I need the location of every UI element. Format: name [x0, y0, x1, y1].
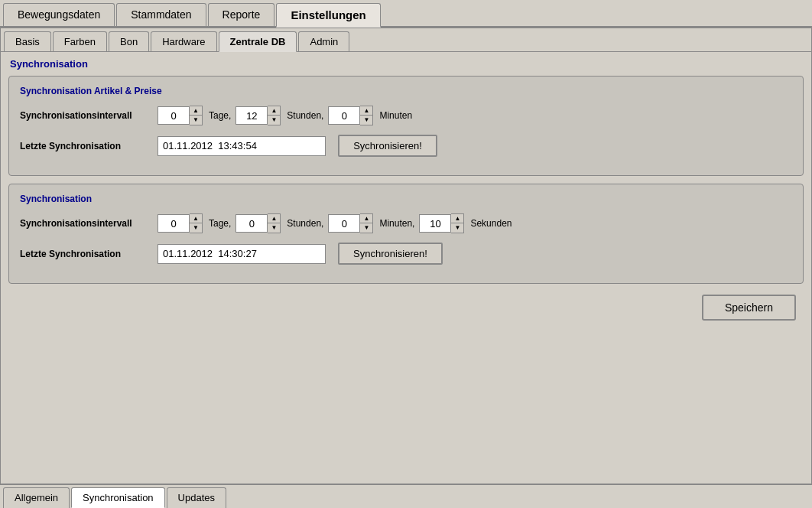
- sub-tab-bar: Basis Farben Bon Hardware Zentrale DB Ad…: [1, 28, 811, 52]
- group1-tage-down[interactable]: ▼: [190, 116, 202, 125]
- save-button[interactable]: Speichern: [702, 295, 796, 321]
- group2-stunden-label: Stunden,: [287, 218, 323, 229]
- group1-tage-input[interactable]: [158, 106, 190, 125]
- group2-interval-row: Synchronisationsintervall ▲ ▼ Tage, ▲: [20, 213, 792, 233]
- group2-minuten-down[interactable]: ▼: [360, 223, 372, 233]
- sub-tab-zentrale-db[interactable]: Zentrale DB: [219, 31, 297, 52]
- sub-tab-bon[interactable]: Bon: [109, 31, 149, 51]
- group2-minuten-btns: ▲ ▼: [360, 213, 373, 233]
- group1-tage-btns: ▲ ▼: [190, 106, 203, 125]
- group1-spinner-group: ▲ ▼ Tage, ▲ ▼ Stunden,: [158, 106, 412, 125]
- bottom-tab-bar: Allgemein Synchronisation Updates: [0, 484, 812, 508]
- group2-minuten-spinner: ▲ ▼: [328, 213, 373, 233]
- group2-sekunden-spinner: ▲ ▼: [419, 213, 464, 233]
- group2-sync-button[interactable]: Synchronisieren!: [338, 243, 443, 265]
- group1-sync-button[interactable]: Sychronisieren!: [338, 135, 437, 157]
- group1-stunden-down[interactable]: ▼: [268, 116, 280, 125]
- group1-minuten-up[interactable]: ▲: [360, 106, 372, 116]
- group2-title: Synchronisation: [20, 194, 792, 204]
- group2-tage-input[interactable]: [158, 214, 190, 233]
- group1-tage-spinner: ▲ ▼: [158, 106, 203, 125]
- sub-tab-admin[interactable]: Admin: [298, 31, 349, 51]
- bottom-tab-updates[interactable]: Updates: [167, 487, 226, 508]
- top-tab-reporte[interactable]: Reporte: [208, 3, 275, 26]
- group2-spinner-group: ▲ ▼ Tage, ▲ ▼ Stunden,: [158, 213, 512, 233]
- group2-letzte-row: Letzte Synchronisation Synchronisieren!: [20, 243, 792, 265]
- group2-minuten-input[interactable]: [328, 214, 360, 233]
- group1-title: Synchronisation Artikel & Preise: [20, 86, 792, 96]
- main-area: Basis Farben Bon Hardware Zentrale DB Ad…: [0, 28, 812, 484]
- group2-tage-btns: ▲ ▼: [190, 213, 203, 233]
- sub-tab-basis[interactable]: Basis: [4, 31, 51, 51]
- group1-letzte-label: Letzte Synchronisation: [20, 141, 158, 151]
- group2-letzte-label: Letzte Synchronisation: [20, 249, 158, 259]
- group1-tage-label: Tage,: [209, 110, 231, 121]
- group1-minuten-btns: ▲ ▼: [360, 106, 373, 125]
- group2-minuten-label: Minuten,: [379, 218, 414, 229]
- group1-minuten-spinner: ▲ ▼: [328, 106, 373, 125]
- group2-minuten-up[interactable]: ▲: [360, 214, 372, 223]
- group2-interval-label: Synchronisationsintervall: [20, 218, 158, 229]
- group1-letzte-row: Letzte Synchronisation Sychronisieren!: [20, 135, 792, 157]
- group1-interval-label: Synchronisationsintervall: [20, 110, 158, 121]
- group1-stunden-spinner: ▲ ▼: [235, 106, 281, 125]
- group1-stunden-label: Stunden,: [287, 110, 323, 121]
- group2-stunden-up[interactable]: ▲: [268, 214, 280, 223]
- group2-tage-down[interactable]: ▼: [190, 223, 202, 233]
- content-panel: Synchronisation Synchronisation Artikel …: [1, 52, 811, 484]
- group2-tage-label: Tage,: [209, 218, 231, 229]
- group1-stunden-btns: ▲ ▼: [268, 106, 281, 125]
- group-box-2: Synchronisation Synchronisationsinterval…: [8, 184, 804, 284]
- bottom-tab-synchronisation[interactable]: Synchronisation: [71, 487, 165, 508]
- group-box-1: Synchronisation Artikel & Preise Synchro…: [8, 76, 804, 176]
- group2-stunden-input[interactable]: [235, 214, 268, 233]
- group2-sekunden-label: Sekunden: [470, 218, 512, 229]
- top-tab-bar: Bewegungsdaten Stammdaten Reporte Einste…: [0, 0, 812, 28]
- group1-minuten-down[interactable]: ▼: [360, 116, 372, 125]
- group2-sekunden-btns: ▲ ▼: [451, 213, 464, 233]
- top-tab-stammdaten[interactable]: Stammdaten: [116, 3, 206, 26]
- group1-tage-up[interactable]: ▲: [190, 106, 202, 116]
- save-area: Speichern: [8, 295, 804, 321]
- group1-interval-row: Synchronisationsintervall ▲ ▼ Tage, ▲: [20, 106, 792, 125]
- bottom-tab-allgemein[interactable]: Allgemein: [3, 487, 70, 508]
- group2-sekunden-input[interactable]: [419, 214, 451, 233]
- group2-sekunden-up[interactable]: ▲: [451, 214, 463, 223]
- group1-minuten-label: Minuten: [379, 110, 412, 121]
- sub-tab-farben[interactable]: Farben: [53, 31, 107, 51]
- group2-letzte-input[interactable]: [158, 244, 326, 264]
- group1-letzte-input[interactable]: [158, 136, 326, 156]
- group2-stunden-spinner: ▲ ▼: [235, 213, 281, 233]
- sub-tab-hardware[interactable]: Hardware: [151, 31, 216, 51]
- group1-stunden-up[interactable]: ▲: [268, 106, 280, 116]
- group2-stunden-btns: ▲ ▼: [268, 213, 281, 233]
- group1-minuten-input[interactable]: [328, 106, 360, 125]
- group2-sekunden-down[interactable]: ▼: [451, 223, 463, 233]
- top-tab-einstellungen[interactable]: Einstellungen: [276, 3, 380, 28]
- group2-tage-up[interactable]: ▲: [190, 214, 202, 223]
- main-section-title: Synchronisation: [10, 58, 804, 70]
- top-tab-bewegungsdaten[interactable]: Bewegungsdaten: [3, 3, 115, 26]
- group2-stunden-down[interactable]: ▼: [268, 223, 280, 233]
- group2-tage-spinner: ▲ ▼: [158, 213, 203, 233]
- group1-stunden-input[interactable]: [235, 106, 268, 125]
